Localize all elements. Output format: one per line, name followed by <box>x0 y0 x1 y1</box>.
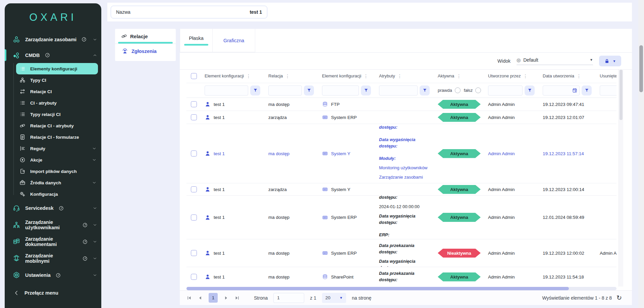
sidebar-item-zarzadzanie-dokumentami[interactable]: Zarządzanie dokumentami <box>5 233 101 250</box>
tab-plaska[interactable]: Płaska <box>180 29 213 52</box>
filter-input[interactable] <box>322 85 359 96</box>
column-menu-icon[interactable]: ⋮ <box>457 73 461 79</box>
column-menu-icon[interactable]: ⋮ <box>523 73 528 79</box>
filter-input[interactable] <box>488 85 523 96</box>
page-scrollbar[interactable] <box>638 0 644 308</box>
filter-funnel-button[interactable] <box>525 85 535 96</box>
chevron-down-icon[interactable] <box>93 223 97 227</box>
column-menu-icon[interactable]: ⋮ <box>397 73 402 79</box>
chevron-down-icon[interactable] <box>92 158 97 162</box>
row-checkbox[interactable] <box>191 274 197 280</box>
table-row[interactable]: test 1 ma dostęp System ERP Data przekaz… <box>186 196 616 239</box>
sidebar-item-typy-ci[interactable]: Typy CI <box>18 74 101 86</box>
sidebar-item-relacje-ci[interactable]: Relacje CI <box>18 86 101 97</box>
filter-funnel-button[interactable] <box>420 85 430 96</box>
sidebar-item-zarzadzanie-zasobami[interactable]: Zarządzanie zasobami <box>5 32 101 47</box>
row-checkbox[interactable] <box>191 250 197 256</box>
page-size-select[interactable]: 20 ▼ <box>322 293 346 303</box>
filter-input[interactable] <box>600 85 616 96</box>
module-link[interactable]: Monitoring użytkowników <box>379 165 428 171</box>
sidebar-item-elementy-konfiguracji[interactable]: Elementy konfiguracji <box>16 63 98 74</box>
sidebar-item-relacje-ci-formularze[interactable]: Relacje CI - formularze <box>18 131 101 143</box>
name-field[interactable]: Nazwa test 1 <box>111 6 267 18</box>
next-page-button[interactable] <box>223 295 229 301</box>
page-number-input[interactable]: 1 <box>273 293 304 303</box>
sidebar-item-ci-atrybuty[interactable]: CI - atrybuty <box>18 97 101 109</box>
chevron-down-icon[interactable] <box>92 146 97 151</box>
filter-funnel-button[interactable] <box>361 85 371 96</box>
previous-page-button[interactable] <box>198 295 203 301</box>
column-header[interactable]: Relacja <box>268 73 283 78</box>
last-page-button[interactable] <box>234 295 240 301</box>
sidebar-item-ustawienia[interactable]: Ustawienia <box>5 267 101 284</box>
sidebar-item-import-plikow[interactable]: Import plików danych <box>18 166 101 177</box>
view-select[interactable]: ◎ Default ▼ <box>517 57 593 65</box>
relations-panel-header[interactable]: Relacje <box>115 29 176 39</box>
sidebar-item-zrodla-danych[interactable]: Źródła danych <box>18 177 101 188</box>
tab-graficzna[interactable]: Graficzna <box>213 29 255 52</box>
table-vertical-scrollbar-thumb[interactable] <box>620 70 623 120</box>
filter-date-input[interactable] <box>543 85 580 96</box>
sidebar-item-servicedesk[interactable]: Servicedesk <box>5 200 101 217</box>
chevron-down-icon[interactable] <box>93 206 97 210</box>
chevron-down-icon[interactable] <box>93 37 97 42</box>
table-row[interactable]: test 1 ma dostęp SharePoint Data przekaz… <box>186 267 616 287</box>
sidebar-item-typy-relacji-ci[interactable]: Typy relacji CI <box>18 109 101 120</box>
column-header[interactable]: Element konfiguracji <box>322 73 361 78</box>
row-checkbox[interactable] <box>191 214 197 221</box>
first-page-button[interactable] <box>186 295 192 301</box>
filter-input[interactable] <box>379 85 418 96</box>
filter-true-radio[interactable] <box>455 87 461 93</box>
chevron-down-icon[interactable] <box>93 273 97 278</box>
column-header[interactable]: Atrybuty <box>379 73 395 78</box>
module-link[interactable]: Zarządzanie zasobami <box>379 174 423 180</box>
current-page-button[interactable]: 1 <box>209 293 218 303</box>
toggle-menu-button[interactable]: Przełącz menu <box>5 285 101 301</box>
column-menu-icon[interactable]: ⋮ <box>285 73 290 79</box>
column-header[interactable]: Utworzone przez <box>488 73 521 78</box>
column-menu-icon[interactable]: ⋮ <box>246 73 251 79</box>
sidebar-item-relacje-ci-atrybuty[interactable]: Relacje CI - atrybuty <box>18 120 101 131</box>
column-header[interactable]: Data utworzenia <box>543 73 574 78</box>
table-vertical-scrollbar[interactable] <box>619 69 623 287</box>
column-menu-icon[interactable]: ⋮ <box>364 73 368 79</box>
lock-view-button[interactable]: ▼ <box>599 56 621 66</box>
row-checkbox[interactable] <box>191 114 197 120</box>
horizontal-scrollbar-thumb[interactable] <box>186 287 569 290</box>
column-header[interactable]: Aktywna <box>438 73 454 78</box>
table-row[interactable]: test 1 zarządza System Y Aktywna Admin A… <box>186 183 616 196</box>
table-row[interactable]: test 1 ma dostęp FTP Aktywna Admin Admin… <box>186 98 616 111</box>
chevron-down-icon[interactable] <box>92 180 97 185</box>
page-scrollbar-thumb[interactable] <box>639 45 643 92</box>
filter-input[interactable] <box>268 85 302 96</box>
calendar-icon[interactable] <box>572 88 577 93</box>
horizontal-scrollbar[interactable] <box>186 287 616 290</box>
chevron-down-icon[interactable] <box>93 239 97 244</box>
filter-funnel-button[interactable] <box>304 85 314 96</box>
name-field-label: Nazwa <box>116 9 130 15</box>
filter-funnel-button[interactable] <box>582 85 592 96</box>
row-checkbox[interactable] <box>191 101 197 107</box>
column-header[interactable]: Usunięte <box>600 73 616 78</box>
row-checkbox[interactable] <box>191 150 197 157</box>
column-menu-icon[interactable]: ⋮ <box>577 73 581 79</box>
sidebar-item-zarzadzanie-uzytkownikami[interactable]: Zarządzanie użytkownikami <box>5 217 101 233</box>
table-row[interactable]: test 1 ma dostęp System ERP Data przekaz… <box>186 239 616 267</box>
column-header[interactable]: Element konfiguracji <box>205 73 244 78</box>
row-checkbox[interactable] <box>191 186 197 192</box>
sidebar-item-zarzadzanie-mobilnymi[interactable]: Zarządzanie mobilnymi <box>5 250 101 267</box>
refresh-icon[interactable]: ↻ <box>616 295 622 301</box>
filter-funnel-button[interactable] <box>250 85 260 96</box>
filter-input[interactable] <box>205 85 248 96</box>
sidebar-item-cmdb[interactable]: CMDB <box>5 47 101 63</box>
panel-item-zgloszenia[interactable]: Zgłoszenia <box>115 44 176 54</box>
chevron-down-icon[interactable] <box>93 256 97 261</box>
table-row[interactable]: test 1 ma dostęp System Y Data przekazan… <box>186 124 616 183</box>
filter-false-radio[interactable] <box>475 87 481 93</box>
sidebar-item-reguly[interactable]: Reguły <box>18 143 101 154</box>
sidebar-item-akcje[interactable]: Akcje <box>18 154 101 166</box>
table-row[interactable]: test 1 zarządza System ERP Aktywna Admin… <box>186 111 616 124</box>
chevron-up-icon[interactable] <box>93 53 97 58</box>
sidebar-item-konfiguracja[interactable]: Konfiguracja <box>18 188 101 200</box>
select-all-checkbox[interactable] <box>191 73 197 79</box>
